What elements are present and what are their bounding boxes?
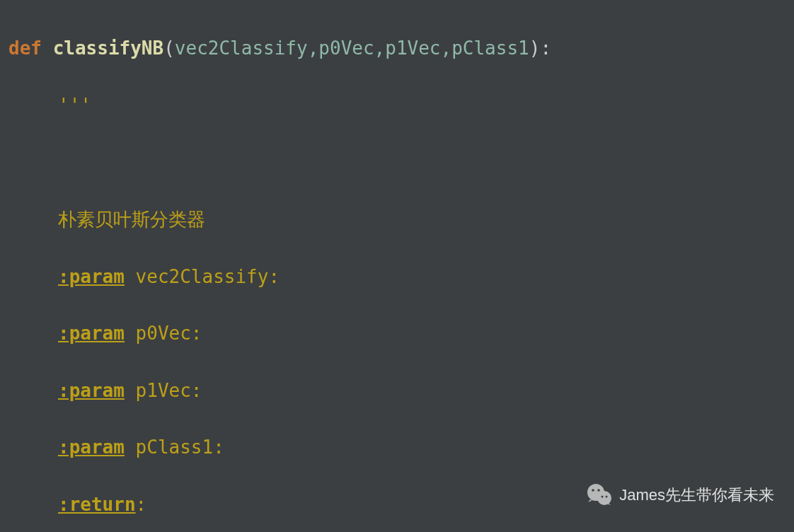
paren-close: ) (529, 37, 541, 59)
params: vec2Classify,p0Vec,p1Vec,pClass1 (175, 37, 529, 59)
code-line: :param p1Vec: (8, 376, 786, 405)
watermark: James先生带你看未来 (585, 481, 774, 509)
paren-open: ( (163, 37, 175, 59)
svg-point-5 (606, 496, 608, 498)
doc-title: 朴素贝叶斯分类器 (58, 209, 205, 230)
doc-param-name: pClass1: (136, 436, 224, 458)
doc-param-tag: :param (58, 380, 125, 401)
function-name: classifyNB (53, 37, 164, 59)
colon: : (540, 37, 551, 59)
code-line: :param pClass1: (8, 433, 786, 461)
doc-return-tag: :return (58, 494, 136, 515)
colon: : (136, 494, 147, 515)
code-line: def classifyNB(vec2Classify,p0Vec,p1Vec,… (8, 34, 786, 62)
doc-param-tag: :param (58, 436, 125, 458)
doc-param-name: vec2Classify: (136, 266, 280, 287)
code-line: :param p0Vec: (8, 319, 786, 347)
wechat-icon (585, 481, 614, 509)
doc-param-name: p0Vec: (136, 323, 202, 344)
doc-param-name: p1Vec: (136, 380, 202, 401)
code-line: 朴素贝叶斯分类器 (8, 205, 786, 233)
doc-param-tag: :param (58, 266, 125, 287)
svg-point-4 (602, 496, 604, 498)
svg-point-3 (597, 489, 600, 492)
code-block: def classifyNB(vec2Classify,p0Vec,p1Vec,… (8, 6, 786, 532)
keyword-def: def (8, 37, 42, 59)
code-line (8, 148, 786, 176)
doc-param-tag: :param (58, 323, 125, 344)
svg-point-2 (592, 489, 594, 492)
svg-point-1 (597, 491, 611, 505)
code-line: ''' (8, 91, 786, 120)
watermark-text: James先生带你看未来 (619, 483, 774, 507)
docstring-open: ''' (58, 95, 91, 116)
code-line: :param vec2Classify: (8, 262, 786, 291)
